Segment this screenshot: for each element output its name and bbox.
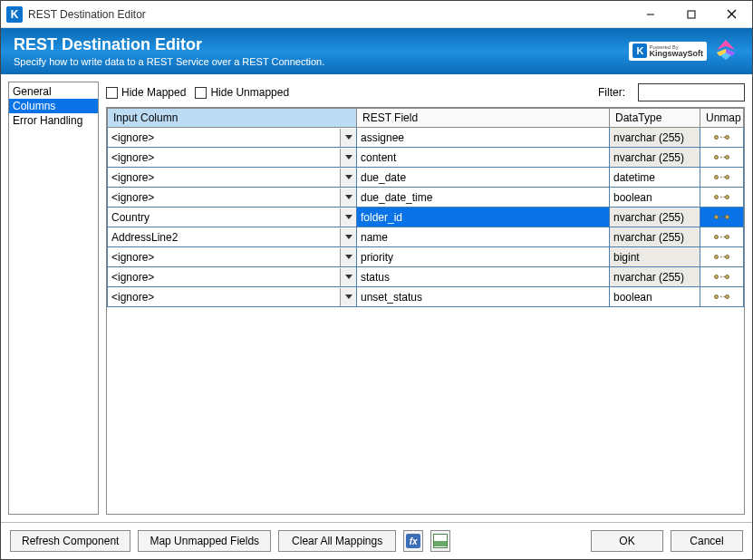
table-row[interactable]: <ignore>unset_statusboolean↔ — [108, 287, 744, 307]
svg-marker-15 — [345, 275, 352, 279]
col-header-rest-field[interactable]: REST Field — [357, 109, 610, 128]
table-row[interactable]: <ignore>statusnvarchar (255)↔ — [108, 267, 744, 287]
header: REST Destination Editor Specify how to w… — [1, 28, 752, 74]
rest-field-cell[interactable]: due_date — [357, 168, 610, 188]
input-column-cell[interactable]: <ignore> — [108, 287, 357, 307]
input-column-value: Country — [111, 211, 150, 224]
table-row[interactable]: <ignore>due_date_timeboolean↔ — [108, 188, 744, 208]
input-column-cell[interactable]: <ignore> — [108, 148, 357, 168]
chevron-down-icon[interactable] — [340, 288, 356, 306]
rest-field-cell[interactable]: status — [357, 267, 610, 287]
chevron-down-icon[interactable] — [340, 208, 356, 227]
input-column-cell[interactable]: AddressLine2 — [108, 227, 357, 247]
rest-field-value: assignee — [361, 131, 404, 144]
col-header-datatype[interactable]: DataType — [610, 109, 700, 128]
unmap-cell[interactable]: ↔ — [700, 227, 744, 247]
unmap-icon: ↔ — [714, 173, 729, 181]
titlebar: K REST Destination Editor — [1, 1, 752, 28]
close-button[interactable] — [711, 1, 752, 28]
rest-field-value: due_date_time — [361, 191, 432, 204]
sidebar-item-error-handling[interactable]: Error Handling — [9, 113, 98, 128]
rest-field-value: unset_status — [361, 291, 422, 304]
datatype-value: boolean — [613, 191, 652, 204]
svg-marker-14 — [345, 255, 352, 259]
chevron-down-icon[interactable] — [340, 268, 356, 286]
rest-field-value: status — [361, 271, 390, 284]
unmap-cell[interactable]: ↔ — [700, 247, 744, 267]
ok-button[interactable]: OK — [591, 530, 663, 552]
unmap-cell[interactable]: ↔ — [700, 188, 744, 208]
clear-all-mappings-button[interactable]: Clear All Mappings — [278, 530, 396, 552]
rest-field-cell[interactable]: unset_status — [357, 287, 610, 307]
filter-input[interactable] — [638, 83, 745, 101]
sidebar: General Columns Error Handling — [8, 82, 99, 515]
unmap-cell[interactable]: ↔ — [700, 148, 744, 168]
hide-unmapped-checkbox[interactable]: Hide Unmapped — [195, 86, 289, 99]
rest-field-cell[interactable]: name — [357, 227, 610, 247]
window: K REST Destination Editor REST Destinati… — [0, 0, 753, 560]
datatype-cell: boolean — [610, 287, 700, 307]
minimize-button[interactable] — [630, 1, 671, 28]
unmap-icon: ↔ — [714, 273, 729, 281]
rest-field-value: due_date — [361, 171, 406, 184]
header-title: REST Destination Editor — [14, 35, 324, 54]
sidebar-item-general[interactable]: General — [9, 84, 98, 99]
input-column-cell[interactable]: Country — [108, 208, 357, 227]
unmap-cell[interactable]: ↔ — [700, 208, 744, 227]
chevron-down-icon[interactable] — [340, 129, 356, 147]
table-row[interactable]: Countryfolder_idnvarchar (255)↔ — [108, 208, 744, 227]
grid: Input Column REST Field DataType Unmap <… — [106, 107, 745, 515]
hide-mapped-checkbox[interactable]: Hide Mapped — [106, 86, 186, 99]
input-column-cell[interactable]: <ignore> — [108, 188, 357, 208]
datatype-cell: nvarchar (255) — [610, 128, 700, 148]
footer: Refresh Component Map Unmapped Fields Cl… — [1, 522, 752, 559]
input-column-cell[interactable]: <ignore> — [108, 168, 357, 188]
col-header-input[interactable]: Input Column — [108, 109, 357, 128]
unmap-icon: ↔ — [714, 193, 729, 201]
table-row[interactable]: AddressLine2namenvarchar (255)↔ — [108, 227, 744, 247]
svg-marker-10 — [345, 175, 352, 179]
unmap-cell[interactable]: ↔ — [700, 287, 744, 307]
rest-field-cell[interactable]: due_date_time — [357, 188, 610, 208]
input-column-cell[interactable]: <ignore> — [108, 128, 357, 148]
table-row[interactable]: <ignore>contentnvarchar (255)↔ — [108, 148, 744, 168]
input-column-value: <ignore> — [111, 171, 154, 184]
rest-field-cell[interactable]: assignee — [357, 128, 610, 148]
clickup-logo-icon — [712, 36, 739, 66]
chevron-down-icon[interactable] — [340, 149, 356, 167]
table-row[interactable]: <ignore>assigneenvarchar (255)↔ — [108, 128, 744, 148]
rest-field-cell[interactable]: content — [357, 148, 610, 168]
col-header-unmap[interactable]: Unmap — [700, 109, 744, 128]
unmap-cell[interactable]: ↔ — [700, 128, 744, 148]
unmap-icon: ↔ — [714, 253, 729, 261]
datatype-cell: nvarchar (255) — [610, 148, 700, 168]
expression-fx-button[interactable]: fx — [403, 530, 423, 552]
datatype-value: bigint — [613, 251, 640, 264]
cancel-button[interactable]: Cancel — [671, 530, 743, 552]
input-column-value: <ignore> — [111, 291, 154, 304]
filter-label: Filter: — [598, 86, 625, 99]
datatype-value: nvarchar (255) — [613, 231, 684, 244]
rest-field-cell[interactable]: folder_id — [357, 208, 610, 227]
table-row[interactable]: <ignore>due_datedatetime↔ — [108, 168, 744, 188]
rest-field-cell[interactable]: priority — [357, 247, 610, 267]
table-row[interactable]: <ignore>prioritybigint↔ — [108, 247, 744, 267]
input-column-cell[interactable]: <ignore> — [108, 247, 357, 267]
maximize-button[interactable] — [671, 1, 711, 28]
chevron-down-icon[interactable] — [340, 188, 356, 207]
datatype-cell: nvarchar (255) — [610, 208, 700, 227]
column-mapping-sheet-button[interactable] — [430, 530, 450, 552]
chevron-down-icon[interactable] — [340, 248, 356, 266]
map-unmapped-fields-button[interactable]: Map Unmapped Fields — [138, 530, 271, 552]
header-subtitle: Specify how to write data to a REST Serv… — [14, 56, 324, 67]
unmap-cell[interactable]: ↔ — [700, 168, 744, 188]
svg-marker-12 — [345, 215, 352, 219]
refresh-component-button[interactable]: Refresh Component — [10, 530, 130, 552]
sidebar-item-columns[interactable]: Columns — [9, 99, 98, 113]
datatype-cell: nvarchar (255) — [610, 227, 700, 247]
datatype-cell: bigint — [610, 247, 700, 267]
chevron-down-icon[interactable] — [340, 228, 356, 246]
chevron-down-icon[interactable] — [340, 169, 356, 187]
unmap-cell[interactable]: ↔ — [700, 267, 744, 287]
input-column-cell[interactable]: <ignore> — [108, 267, 357, 287]
